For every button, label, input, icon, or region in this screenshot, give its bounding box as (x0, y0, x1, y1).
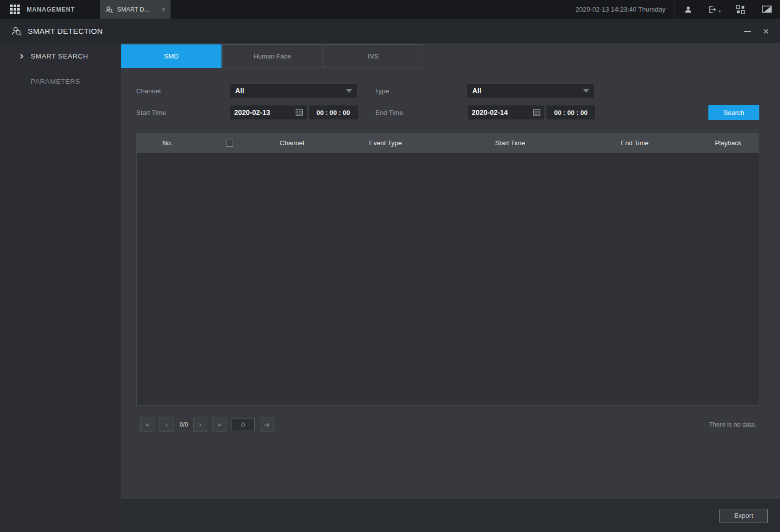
end-time-input[interactable]: 00 : 00 : 00 (546, 105, 596, 120)
table-header: No. Channel Event Type Start Time End Ti… (136, 133, 759, 153)
start-date-input[interactable]: 2020-02-13 (230, 105, 307, 120)
select-all-checkbox[interactable] (226, 140, 233, 147)
search-form: Channel All Type All Start Time 2020-02-… (121, 83, 780, 127)
matrix-grid-icon (736, 5, 745, 14)
display-icon (762, 6, 772, 14)
user-account-button[interactable] (675, 0, 701, 19)
type-value: All (472, 87, 481, 95)
column-header-end-time: End Time (573, 139, 697, 147)
sidebar: SMART SEARCH PARAMETERS (0, 43, 121, 532)
tab-ivs[interactable]: IVS (323, 44, 423, 68)
titlebar: SMART DETECTION × (0, 19, 780, 43)
search-button[interactable]: Search (708, 105, 759, 120)
page-title: SMART DETECTION (28, 27, 103, 35)
start-time-input[interactable]: 00 : 00 : 00 (308, 105, 358, 120)
type-label: Type (375, 87, 467, 95)
page-number-input[interactable] (232, 418, 255, 431)
calendar-icon[interactable] (296, 109, 303, 116)
column-header-event-type: Event Type (323, 139, 448, 147)
channel-value: All (235, 87, 244, 95)
column-header-playback: Playback (697, 139, 760, 147)
previous-page-button[interactable]: ‹ (159, 418, 174, 432)
footer-bar: Export (121, 499, 780, 532)
tab-human-face[interactable]: Human Face (222, 44, 322, 68)
main-panel: SMD Human Face IVS Channel All Type All … (121, 43, 780, 532)
sidebar-item-smart-search[interactable]: SMART SEARCH (0, 43, 121, 69)
close-window-icon[interactable]: × (763, 26, 769, 36)
topbar: MANAGEMENT SMART D... × 2020-02-13 14:23… (0, 0, 780, 19)
no-data-message: There is no data. (709, 421, 756, 428)
smart-detection-icon (105, 6, 113, 14)
pagination: « ‹ 0/0 › » ➔ There is no data. (140, 418, 756, 432)
channel-dropdown[interactable]: All (230, 83, 358, 98)
end-date-input[interactable]: 2020-02-14 (467, 105, 545, 120)
next-page-button[interactable]: › (193, 418, 207, 432)
column-header-start-time: Start Time (448, 139, 573, 147)
display-output-button[interactable] (754, 0, 780, 19)
topbar-right: 2020-02-13 14:23:40 Thursday ▾ (576, 0, 780, 19)
start-time-label: Start Time (136, 109, 230, 116)
management-label: MANAGEMENT (27, 6, 75, 13)
page-info: 0/0 (180, 421, 188, 428)
channel-label: Channel (136, 87, 230, 95)
go-to-page-button[interactable]: ➔ (260, 418, 274, 432)
user-icon (684, 5, 693, 14)
first-page-button[interactable]: « (140, 418, 154, 432)
tab-smart-detection-window[interactable]: SMART D... × (100, 0, 171, 19)
logout-icon (708, 5, 717, 14)
start-date-value: 2020-02-13 (234, 108, 270, 116)
column-header-no: No. (136, 139, 199, 147)
logout-caret-icon: ▾ (718, 9, 720, 14)
minimize-icon[interactable] (744, 31, 751, 32)
last-page-button[interactable]: » (212, 418, 227, 432)
smart-detection-title-icon (11, 26, 22, 36)
sidebar-item-label: PARAMETERS (31, 78, 80, 85)
close-tab-icon[interactable]: × (161, 6, 165, 13)
calendar-icon[interactable] (533, 109, 540, 116)
end-time-label: End Time (375, 109, 467, 116)
type-dropdown[interactable]: All (467, 83, 595, 98)
results-table: No. Channel Event Type Start Time End Ti… (136, 133, 759, 406)
chevron-down-icon (346, 89, 352, 93)
column-header-select (199, 140, 261, 147)
column-header-channel: Channel (261, 139, 323, 147)
tab-label: SMART D... (117, 6, 149, 13)
sidebar-item-parameters[interactable]: PARAMETERS (0, 69, 121, 94)
tab-smd[interactable]: SMD (121, 44, 221, 68)
datetime-display: 2020-02-13 14:23:40 Thursday (576, 6, 665, 13)
table-body-empty (136, 153, 759, 406)
logout-button[interactable]: ▾ (701, 0, 728, 19)
screen-matrix-button[interactable] (728, 0, 754, 19)
chevron-right-icon (19, 53, 24, 58)
apps-grid-icon (10, 5, 20, 14)
chevron-down-icon (583, 89, 589, 93)
management-menu-button[interactable]: MANAGEMENT (0, 0, 100, 19)
detection-tabs: SMD Human Face IVS (121, 44, 780, 68)
export-button[interactable]: Export (719, 509, 768, 522)
sidebar-item-label: SMART SEARCH (31, 52, 88, 60)
end-date-value: 2020-02-14 (472, 108, 508, 116)
